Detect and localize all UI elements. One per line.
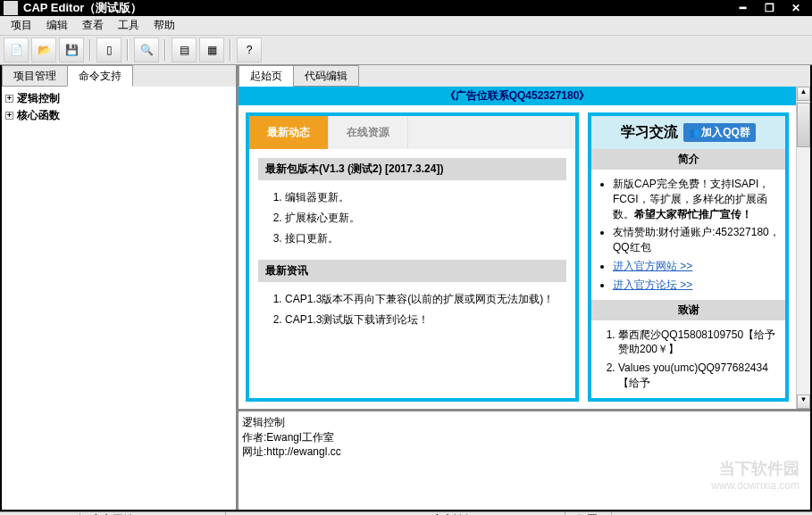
menu-edit[interactable]: 编辑 xyxy=(39,16,75,35)
statusbar: CAP Editor 官方网站:http://ewangl.cc/ 官方论坛:h… xyxy=(0,511,812,515)
titlebar: CAP Editor（测试版） ━ ❐ ✕ xyxy=(0,0,812,16)
list-item: 进入官方论坛 >> xyxy=(613,276,782,295)
help-icon[interactable]: ? xyxy=(237,37,262,62)
expand-icon[interactable]: + xyxy=(5,112,13,120)
tab-command-support[interactable]: 命令支持 xyxy=(67,65,133,87)
scroll-up-icon[interactable]: ▲ xyxy=(797,87,810,101)
tab-latest-news[interactable]: 最新动态 xyxy=(249,116,329,149)
menu-help[interactable]: 帮助 xyxy=(146,16,182,35)
minimize-button[interactable]: ━ xyxy=(730,0,755,16)
tree-view: + 逻辑控制 + 核心函数 xyxy=(2,87,236,510)
list-item: 接口更新。 xyxy=(285,228,566,249)
toolbar: 📄📂💾▯🔍▤▦? xyxy=(0,36,812,65)
scroll-thumb[interactable] xyxy=(797,103,810,147)
side-title: 学习交流 👥加入QQ群 xyxy=(591,116,785,149)
list-item: 扩展核心更新。 xyxy=(285,208,566,228)
maximize-button[interactable]: ❐ xyxy=(757,0,782,16)
new-icon[interactable]: 📄 xyxy=(4,37,29,62)
info-panel: 逻辑控制 作者:Ewangl工作室 网址:http://ewangl.cc xyxy=(239,411,810,510)
open-icon[interactable]: 📂 xyxy=(31,37,56,62)
list-item: 友情赞助:财付通账户:452327180，QQ红包 xyxy=(613,223,782,257)
close-button[interactable]: ✕ xyxy=(783,0,808,16)
info-line: 作者:Ewangl工作室 xyxy=(242,430,807,445)
list-item: Values you(umc)QQ977682434【给予 xyxy=(618,359,782,393)
tab-start-page[interactable]: 起始页 xyxy=(239,65,294,87)
tab-code-edit[interactable]: 代码编辑 xyxy=(293,65,359,87)
scroll-down-icon[interactable]: ▼ xyxy=(797,395,810,409)
app-icon xyxy=(4,1,18,15)
tab-project-manage[interactable]: 项目管理 xyxy=(2,65,68,87)
window-title: CAP Editor（测试版） xyxy=(23,0,730,16)
join-qq-button[interactable]: 👥加入QQ群 xyxy=(683,123,756,142)
save-icon[interactable]: 💾 xyxy=(59,37,84,62)
list-item: CAP1.3测试版下载请到论坛！ xyxy=(285,310,566,330)
menu-view[interactable]: 查看 xyxy=(75,16,111,35)
list-item: 进入官方网站 >> xyxy=(613,257,782,276)
info-line: 网址:http://ewangl.cc xyxy=(242,444,807,460)
menu-tools[interactable]: 工具 xyxy=(111,16,146,35)
section-news: 最新资讯 xyxy=(258,260,566,282)
side-thanks-header: 致谢 xyxy=(591,300,785,320)
vertical-scrollbar[interactable]: ▲ ▼ xyxy=(796,87,810,409)
tab-online-res[interactable]: 在线资源 xyxy=(329,116,408,149)
menubar: 项目 编辑 查看 工具 帮助 xyxy=(0,16,812,36)
side-intro-header: 简介 xyxy=(591,149,785,170)
view1-icon[interactable]: ▤ xyxy=(172,37,197,62)
section-version: 最新包版本(V1.3 (测试2) [2017.3.24]) xyxy=(258,158,566,180)
list-item: 攀西爬沙QQ15808109750【给予赞助200￥】 xyxy=(618,326,782,360)
ad-banner: 《广告位联系QQ452327180》 xyxy=(239,87,796,105)
expand-icon[interactable]: + xyxy=(5,95,13,103)
tree-item-logic[interactable]: + 逻辑控制 xyxy=(5,90,232,107)
search-icon[interactable]: 🔍 xyxy=(134,37,159,62)
view2-icon[interactable]: ▦ xyxy=(199,37,224,62)
menu-project[interactable]: 项目 xyxy=(4,16,39,35)
tree-item-core[interactable]: + 核心函数 xyxy=(5,107,232,124)
list-item: CAP1.3版本不再向下兼容(以前的扩展或网页无法加载)！ xyxy=(285,289,566,310)
list-item: 编辑器更新。 xyxy=(285,187,566,208)
page-icon[interactable]: ▯ xyxy=(96,37,121,62)
left-panel: 项目管理 命令支持 + 逻辑控制 + 核心函数 xyxy=(2,65,239,510)
info-line: 逻辑控制 xyxy=(242,415,807,430)
list-item: 新版CAP完全免费！支持ISAPI，FCGI，等扩展，多样化的扩展函数。希望大家… xyxy=(613,175,782,223)
start-page: 《广告位联系QQ452327180》 最新动态 在线资源 最新包版本(V1.3 … xyxy=(239,87,796,409)
